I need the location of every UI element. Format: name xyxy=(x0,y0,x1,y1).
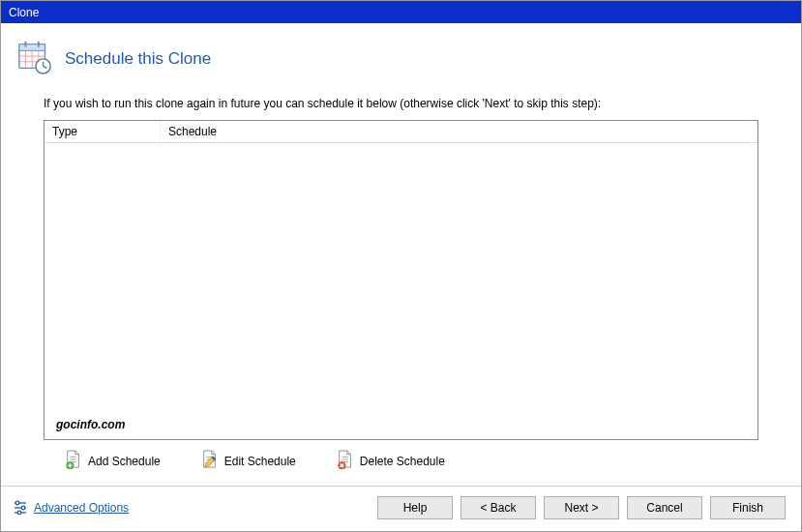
column-schedule[interactable]: Schedule xyxy=(161,121,757,142)
finish-button[interactable]: Finish xyxy=(710,496,786,519)
delete-schedule-label: Delete Schedule xyxy=(360,455,445,468)
page-header: Schedule this Clone xyxy=(16,39,786,79)
svg-point-29 xyxy=(21,506,25,510)
clone-wizard-window: Clone Schedule thi xyxy=(0,0,802,532)
wizard-footer: Advanced Options Help < Back Next > Canc… xyxy=(1,486,801,531)
cancel-button[interactable]: Cancel xyxy=(627,496,702,519)
back-button[interactable]: < Back xyxy=(460,496,536,519)
table-body[interactable]: gocinfo.com xyxy=(45,143,757,439)
add-schedule-button[interactable]: Add Schedule xyxy=(65,450,161,472)
advanced-options-label: Advanced Options xyxy=(34,501,129,515)
document-delete-icon xyxy=(337,450,354,472)
help-button[interactable]: Help xyxy=(377,496,453,519)
advanced-options-link[interactable]: Advanced Options xyxy=(13,499,129,517)
titlebar[interactable]: Clone xyxy=(1,1,801,23)
calendar-clock-icon xyxy=(16,39,53,79)
document-edit-icon xyxy=(201,450,219,472)
column-type[interactable]: Type xyxy=(45,121,161,142)
document-add-icon xyxy=(65,450,82,472)
page-title: Schedule this Clone xyxy=(65,49,211,69)
content-area: Schedule this Clone If you wish to run t… xyxy=(1,23,801,486)
watermark-text: gocinfo.com xyxy=(56,418,125,431)
svg-point-31 xyxy=(17,511,21,515)
svg-point-27 xyxy=(15,501,19,505)
instruction-text: If you wish to run this clone again in f… xyxy=(44,97,786,110)
edit-schedule-label: Edit Schedule xyxy=(224,455,296,468)
sliders-icon xyxy=(13,499,28,517)
edit-schedule-button[interactable]: Edit Schedule xyxy=(201,450,296,472)
delete-schedule-button[interactable]: Delete Schedule xyxy=(337,450,445,472)
svg-rect-1 xyxy=(19,44,45,51)
schedule-actions: Add Schedule Edit Schedule xyxy=(65,450,786,472)
schedule-table: Type Schedule gocinfo.com xyxy=(44,120,758,440)
add-schedule-label: Add Schedule xyxy=(88,455,161,468)
table-header-row: Type Schedule xyxy=(45,121,757,143)
next-button[interactable]: Next > xyxy=(544,496,619,519)
window-title: Clone xyxy=(9,6,39,19)
